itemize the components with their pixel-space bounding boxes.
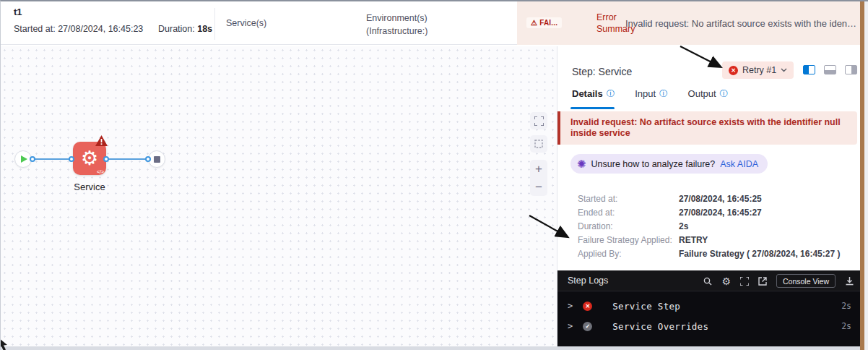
pipeline-canvas: ⚙ </> Service + − (1, 46, 557, 347)
detail-label: Duration: (578, 221, 679, 231)
log-fullscreen-icon[interactable] (740, 277, 749, 286)
window-right-edge (864, 1, 868, 350)
detail-value: 27/08/2024, 16:45:25 (679, 194, 762, 204)
log-settings-gear-icon[interactable]: ⚙ (721, 276, 731, 287)
warning-triangle-icon (95, 135, 108, 146)
service-node-label: Service (46, 182, 133, 192)
detail-label: Applied By: (578, 249, 679, 259)
step-error-message: Invalid request: No artifact source exis… (560, 117, 857, 139)
edge-service-to-end (105, 158, 150, 160)
tab-details-label: Details (572, 88, 603, 99)
log-row-service-step[interactable]: > ✕ Service Step 2s (557, 296, 862, 315)
aida-prompt-text: Unsure how to analyze failure? (591, 159, 716, 169)
step-logs-title: Step Logs (568, 276, 608, 286)
detail-value: Failure Strategy ( 27/08/2024, 16:45:27 … (679, 249, 840, 259)
active-tab-indicator (570, 107, 615, 109)
step-logs-header: Step Logs ⚙ Console View (557, 270, 862, 291)
duration-text: Duration: 18s (158, 24, 212, 34)
window-bottom-border (1, 346, 868, 350)
expand-chevron-icon[interactable]: > (568, 321, 573, 331)
layout-bottom-split-button[interactable] (824, 65, 836, 74)
retry-label: Retry #1 (742, 65, 776, 75)
log-step-duration: 2s (841, 321, 851, 331)
environments-label: Environment(s) (Infrastructure:) (366, 12, 428, 38)
detail-row-duration: Duration: 2s (578, 221, 852, 231)
retry-failed-icon: ✕ (729, 66, 738, 75)
code-icon: </> (97, 169, 104, 174)
detail-value: 2s (679, 221, 688, 231)
edge-start-to-service (32, 158, 74, 160)
detail-row-started-at: Started at: 27/08/2024, 16:45:25 (578, 194, 852, 204)
zoom-in-button[interactable]: + (535, 163, 542, 175)
tab-details[interactable]: Details ⓘ (572, 88, 615, 99)
pipeline-name: t1 (14, 7, 22, 17)
detail-row-applied-by: Applied By: Failure Strategy ( 27/08/202… (578, 249, 852, 259)
search-icon[interactable] (703, 277, 712, 286)
stop-icon (154, 156, 160, 163)
duration-label: Duration: (158, 24, 197, 34)
step-tabs: Details ⓘ Input ⓘ Output ⓘ (572, 88, 728, 99)
detail-value: 27/08/2024, 16:45:27 (679, 208, 762, 218)
infrastructure-line: (Infrastructure:) (366, 25, 428, 38)
step-logs-toolbar: ⚙ Console View (703, 270, 854, 291)
detail-label: Ended at: (578, 208, 679, 218)
layout-left-split-button[interactable] (803, 65, 815, 74)
canvas-fullscreen-button[interactable] (530, 112, 547, 129)
open-external-icon[interactable] (758, 277, 767, 286)
service-step-node[interactable]: ⚙ </> (73, 142, 106, 175)
header-divider (214, 8, 215, 40)
ask-aida-link[interactable]: Ask AIDA (720, 159, 758, 169)
port-service-in (69, 156, 74, 162)
fullscreen-icon (534, 116, 544, 126)
gear-icon: ⚙ (81, 149, 98, 168)
play-icon (21, 155, 27, 163)
panel-layout-controls (803, 65, 868, 74)
detail-label: Failure Strategy Applied: (578, 235, 679, 245)
retry-dropdown[interactable]: ✕ Retry #1 (722, 61, 794, 79)
step-panel-title: Step: Service (572, 66, 632, 77)
app-window: t1 Started at: 27/08/2024, 16:45:23 Dura… (0, 0, 868, 350)
error-summary-text: Invalid request: No artifact source exis… (625, 18, 858, 29)
detail-row-ended-at: Ended at: 27/08/2024, 16:45:27 (578, 208, 852, 218)
started-at-text: Started at: 27/08/2024, 16:45:23 (14, 24, 143, 34)
details-info-icon[interactable]: ⓘ (607, 88, 615, 99)
selection-box-icon (534, 140, 543, 148)
console-view-button[interactable]: Console View (776, 274, 836, 288)
zoom-out-button[interactable]: − (535, 181, 542, 193)
port-start-out (30, 156, 35, 162)
output-info-icon[interactable]: ⓘ (720, 88, 729, 99)
success-status-icon: ✓ (583, 322, 592, 331)
tab-input[interactable]: Input ⓘ (635, 88, 667, 99)
step-details-panel: Step: Service ✕ Retry #1 Details ⓘ Input… (557, 46, 861, 347)
aida-icon: ✺ (577, 158, 586, 169)
port-service-out (103, 156, 109, 162)
duration-value: 18s (197, 24, 212, 34)
canvas-select-button[interactable] (530, 135, 547, 153)
port-end-in (145, 156, 151, 162)
chevron-down-icon (781, 68, 787, 72)
input-info-icon[interactable]: ⓘ (659, 88, 668, 99)
header-error-summary-zone: ⚠ FAI... Error Summary Invalid request: … (517, 1, 861, 45)
tab-output-label: Output (688, 88, 716, 99)
detail-value: RETRY (679, 235, 708, 245)
log-step-name: Service Step (612, 301, 680, 312)
download-logs-icon[interactable] (845, 276, 854, 286)
log-step-duration: 2s (841, 301, 851, 311)
detail-row-failure-strategy: Failure Strategy Applied: RETRY (578, 235, 852, 245)
failed-status-icon: ✕ (583, 302, 592, 311)
tab-output[interactable]: Output ⓘ (688, 88, 729, 99)
layout-right-split-button[interactable] (845, 65, 857, 74)
services-label: Service(s) (226, 18, 266, 28)
expand-chevron-icon[interactable]: > (568, 301, 573, 311)
aida-suggestion-pill: ✺ Unsure how to analyze failure? Ask AID… (570, 154, 768, 174)
step-error-banner: Invalid request: No artifact source exis… (557, 111, 857, 145)
detail-label: Started at: (578, 194, 679, 204)
log-row-service-overrides[interactable]: > ✓ Service Overrides 2s (557, 317, 862, 336)
log-step-name: Service Overrides (612, 321, 708, 332)
canvas-zoom-controls: + − (530, 160, 547, 196)
execution-header: t1 Started at: 27/08/2024, 16:45:23 Dura… (1, 1, 861, 45)
step-logs-panel: Step Logs ⚙ Console View (557, 270, 862, 347)
environments-line: Environment(s) (366, 12, 428, 25)
failed-status-badge: ⚠ FAI... (526, 17, 562, 28)
tab-input-label: Input (635, 88, 656, 99)
